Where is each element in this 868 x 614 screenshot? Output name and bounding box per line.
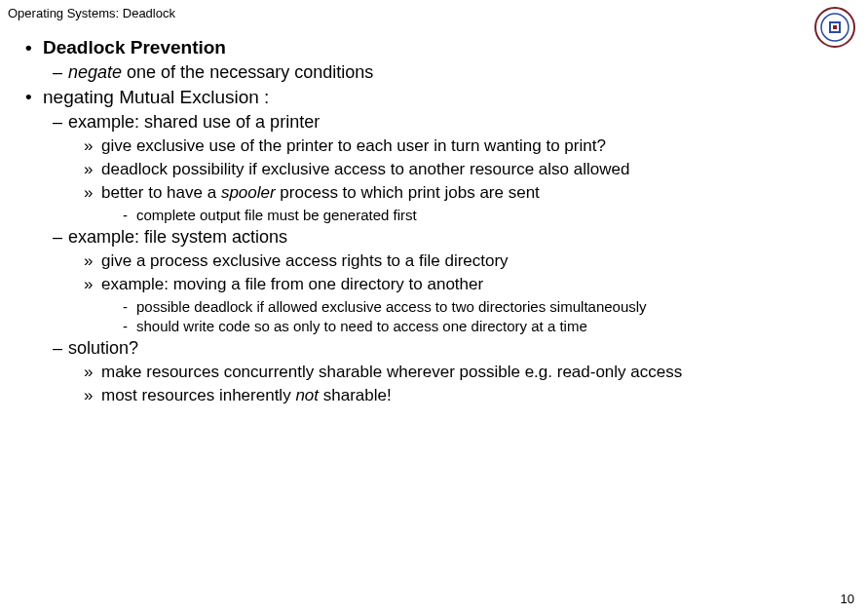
text-italic: not: [295, 386, 319, 404]
bullet-deadlock-prevention: Deadlock Prevention: [25, 37, 849, 58]
bullet-spooler: better to have a spooler process to whic…: [84, 183, 849, 203]
text-italic: negate: [68, 62, 122, 82]
slide-body: Deadlock Prevention negate one of the ne…: [25, 33, 849, 409]
bullet-example-filesystem: example: file system actions: [53, 227, 849, 248]
bullet-exclusive-printer: give exclusive use of the printer to eac…: [84, 136, 849, 156]
svg-rect-4: [833, 25, 837, 29]
page-number: 10: [841, 592, 854, 606]
bullet-negating-mutual-exclusion: negating Mutual Exclusion :: [25, 87, 849, 108]
bullet-deadlock-possibility: deadlock possibility if exclusive access…: [84, 160, 849, 179]
text: better to have a: [101, 183, 221, 202]
bullet-solution: solution?: [53, 338, 849, 359]
bullet-example-move-file: example: moving a file from one director…: [84, 275, 849, 294]
text: one of the necessary conditions: [122, 62, 373, 82]
bullet-concurrently-sharable: make resources concurrently sharable whe…: [84, 363, 849, 382]
text: sharable!: [319, 386, 392, 404]
text: process to which print jobs are sent: [276, 183, 540, 202]
bullet-exclusive-directory: give a process exclusive access rights t…: [84, 251, 849, 271]
bullet-write-code: should write code so as only to need to …: [123, 318, 849, 334]
bullet-not-sharable: most resources inherently not sharable!: [84, 386, 849, 405]
bullet-example-printer: example: shared use of a printer: [53, 112, 849, 133]
bullet-negate-conditions: negate one of the necessary conditions: [53, 62, 849, 83]
bullet-complete-output: complete output file must be generated f…: [123, 207, 849, 223]
slide-header: Operating Systems: Deadlock: [8, 6, 175, 20]
bullet-possible-deadlock: possible deadlock if allowed exclusive a…: [123, 298, 849, 315]
text-italic: spooler: [221, 183, 276, 202]
text: most resources inherently: [101, 386, 295, 404]
